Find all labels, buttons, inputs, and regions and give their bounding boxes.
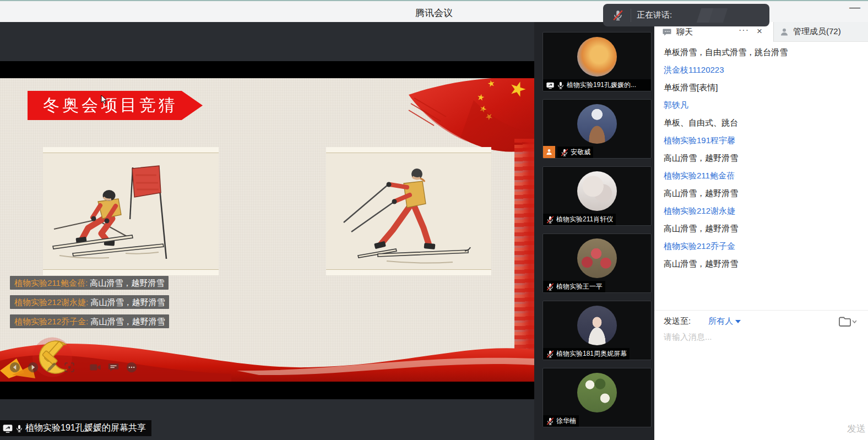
avatar [577, 104, 617, 144]
chevron-down-icon[interactable] [735, 320, 741, 323]
tab-manage-members[interactable]: 管理成员(72) [773, 22, 868, 42]
overlay-sender: 植物实验212谢永婕: [14, 297, 88, 307]
overlay-sender: 植物实验212乔子金: [14, 317, 88, 326]
chat-folder-button[interactable] [838, 315, 856, 328]
pen-tool-button[interactable] [45, 361, 57, 373]
overlay-sender: 植物实验211鲍金蓓: [14, 278, 88, 287]
letterbox-bottom [0, 382, 534, 399]
speaking-indicator: 正在讲话: [603, 4, 769, 26]
divider [631, 9, 631, 22]
prev-slide-button[interactable] [9, 361, 21, 373]
minimize-button[interactable]: — [849, 1, 860, 14]
participant-tile[interactable]: 植物实验王一平 [542, 233, 652, 293]
chat-message: 高山滑雪，越野滑雪 [664, 187, 861, 199]
screen-share-banner: 植物实验191孔媛媛的屏幕共享 [0, 420, 151, 436]
next-slide-button[interactable] [27, 361, 39, 373]
avatar [577, 238, 617, 278]
divider [654, 310, 868, 311]
screen-share-label: 植物实验191孔媛媛的屏幕共享 [25, 422, 146, 434]
overlay-text: 高山滑雪，越野滑雪 [90, 317, 165, 326]
message-input[interactable]: 请输入消息... [664, 332, 712, 343]
mic-icon [15, 424, 24, 433]
camera-button[interactable] [89, 361, 101, 373]
red-ribbon-decoration [0, 327, 534, 382]
participant-tile[interactable]: 安敬威 [542, 99, 652, 159]
presentation-controls [9, 361, 144, 373]
speaking-label: 正在讲话: [637, 10, 672, 20]
chat-sender: 植物实验191程宇馨 [664, 134, 861, 146]
chat-message: 单板滑雪，自由式滑雪，跳台滑雪 [664, 46, 861, 58]
participant-tile[interactable]: 植物实验181周奥妮屏幕 [542, 301, 652, 360]
chat-more-button[interactable]: ··· [739, 25, 749, 35]
chat-close-button[interactable]: × [757, 26, 762, 37]
send-to-row: 发送至: 所有人 [664, 316, 861, 328]
chat-sender: 植物实验212乔子金 [664, 240, 861, 252]
mic-muted-icon [546, 350, 555, 358]
participant-tile[interactable]: 植物实验211肖轩仪 [542, 166, 652, 226]
laser-pointer-button[interactable] [63, 361, 75, 373]
participant-name: 植物实验181周奥妮屏幕 [556, 349, 627, 358]
mic-muted-icon [546, 283, 555, 291]
letterbox-top [0, 61, 534, 78]
participant-name-bar: 植物实验王一平 [543, 281, 605, 292]
screen-share-icon [2, 423, 13, 434]
chat-sender: 洪金枝11120223 [664, 64, 861, 76]
mic-muted-icon [546, 417, 555, 426]
participant-name: 植物实验王一平 [556, 282, 603, 291]
participant-name-bar: 植物实验181周奥妮屏幕 [543, 348, 630, 360]
mic-on-icon [556, 81, 565, 90]
avatar [577, 37, 617, 77]
avatar [577, 373, 617, 412]
tab-chat-label: 聊天 [676, 27, 693, 37]
alpine-skier-drawing [43, 153, 219, 270]
shared-screen-area: 冬奥会项目竞猜 [0, 22, 534, 440]
participant-name-bar: 徐华楠 [543, 415, 579, 427]
chat-panel: 聊天 ··· × 管理成员(72) 单板滑雪，自由式滑雪，跳台滑雪 洪金枝111… [654, 22, 868, 440]
slide-title-banner: 冬奥会项目竞猜 [28, 91, 203, 120]
person-icon [779, 27, 789, 37]
presentation-slide: 冬奥会项目竞猜 [0, 78, 534, 382]
mic-muted-icon [560, 148, 569, 157]
watermark-logo [699, 8, 737, 23]
more-tools-button[interactable] [126, 361, 138, 373]
chat-sender: 郭轶凡 [664, 99, 861, 111]
slide-overlay-message: 植物实验211鲍金蓓: 高山滑雪，越野滑雪 [10, 276, 169, 290]
host-badge [543, 146, 555, 158]
chat-message-list: 单板滑雪，自由式滑雪，跳台滑雪 洪金枝11120223 单板滑雪[表情] 郭轶凡… [664, 46, 861, 275]
avatar [577, 171, 617, 211]
overlay-text: 高山滑雪，越野滑雪 [90, 278, 164, 287]
chat-message: 高山滑雪，越野滑雪 [664, 258, 861, 270]
slide-image-alpine-skier [43, 147, 219, 275]
comment-button[interactable] [107, 361, 120, 373]
crosscountry-skier-drawing [326, 153, 491, 270]
mic-muted-icon [546, 215, 555, 224]
screen-share-icon [546, 81, 555, 90]
send-to-label: 发送至: [664, 316, 691, 325]
app-window: 腾讯会议 — [0, 0, 868, 440]
participant-tile[interactable]: 徐华楠 [542, 368, 652, 427]
participant-name-bar: 安敬威 [557, 146, 593, 158]
mic-muted-icon [612, 9, 624, 21]
participant-tile[interactable]: 植物实验191孔媛媛的... [542, 32, 652, 91]
avatar [577, 306, 617, 345]
participant-name: 植物实验191孔媛媛的... [567, 80, 636, 90]
mouse-cursor-icon [101, 95, 107, 105]
chat-message: 高山滑雪，越野滑雪 [664, 222, 861, 235]
tab-members-label: 管理成员(72) [793, 26, 841, 37]
participant-name: 安敬威 [571, 148, 590, 157]
overlay-text: 高山滑雪，越野滑雪 [90, 297, 165, 307]
send-to-dropdown[interactable]: 所有人 [708, 316, 733, 325]
send-button[interactable]: 发送 [847, 422, 866, 435]
slide-image-crosscountry-skier [326, 147, 491, 275]
participant-name-bar: 植物实验211肖轩仪 [543, 214, 616, 225]
chat-bubble-icon [662, 27, 672, 37]
participant-video-column: 植物实验191孔媛媛的... 安敬威 植物实验211肖轩仪 [534, 22, 654, 440]
chat-sender: 植物实验211鲍金蓓 [664, 170, 861, 182]
participant-name-bar: 植物实验191孔媛媛的... [543, 79, 651, 91]
chat-message: 单板、自由式、跳台 [664, 117, 861, 129]
chat-message: 高山滑雪，越野滑雪 [664, 152, 861, 164]
clipped-message-decoration [668, 38, 701, 41]
slide-overlay-message: 植物实验212谢永婕: 高山滑雪，越野滑雪 [10, 295, 169, 309]
chat-sender: 植物实验212谢永婕 [664, 205, 861, 217]
participant-name: 徐华楠 [556, 416, 576, 426]
